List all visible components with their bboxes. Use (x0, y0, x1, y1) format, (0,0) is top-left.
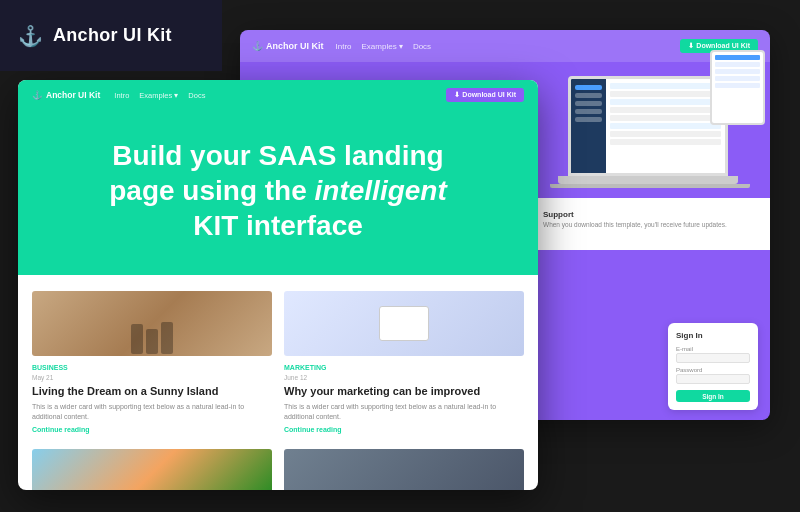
laptop-sidebar-item (575, 117, 602, 122)
laptop-content-row (610, 99, 721, 105)
signin-password-field: Password (676, 367, 750, 384)
green-hero-italic: intelligent (315, 175, 447, 206)
blog-excerpt-1: This is a wider card with supporting tex… (32, 402, 272, 422)
figure-group (32, 291, 272, 356)
green-nav-links: Intro Examples ▾ Docs (114, 91, 205, 100)
header-bar: ⚓ Anchor UI Kit (0, 0, 222, 71)
laptop-sidebar-item (575, 93, 602, 98)
blog-excerpt-2: This is a wider card with supporting tex… (284, 402, 524, 422)
anchor-icon: ⚓ (18, 24, 43, 48)
blog-link-2[interactable]: Continue reading (284, 426, 524, 433)
blog-card-1: Business May 21 Living the Dream on a Su… (32, 291, 272, 433)
blog-card-1-image (32, 291, 272, 356)
green-hero: Build your SAAS landing page using the i… (18, 110, 538, 275)
blog-link-1[interactable]: Continue reading (32, 426, 272, 433)
tablet-row (715, 83, 760, 88)
tablet-mockup (710, 50, 765, 125)
laptop-sidebar-item (575, 109, 602, 114)
purple-nav: ⚓ Anchor UI Kit Intro Examples ▾ Docs ⬇ … (240, 30, 770, 62)
blog-category-2: Marketing (284, 364, 524, 371)
figure (161, 322, 173, 354)
signin-submit-button[interactable]: Sign In (676, 390, 750, 402)
laptop-content-row (610, 115, 721, 121)
purple-nav-anchor-icon: ⚓ (252, 41, 263, 51)
signin-email-input[interactable] (676, 353, 750, 363)
purple-hero-mockup (550, 86, 750, 188)
support-description: When you download this template, you'll … (543, 221, 727, 229)
laptop-content-row (610, 107, 721, 113)
laptop-content-row (610, 91, 721, 97)
blog-category-1: Business (32, 364, 272, 371)
green-nav-logo-text: Anchor UI Kit (46, 90, 100, 100)
logo-text: Anchor UI Kit (53, 25, 172, 46)
green-hero-title: Build your SAAS landing page using the i… (48, 138, 508, 243)
tablet-row (715, 76, 760, 81)
signin-password-input[interactable] (676, 374, 750, 384)
green-nav: ⚓ Anchor UI Kit Intro Examples ▾ Docs ⬇ … (18, 80, 538, 110)
tablet-row (715, 69, 760, 74)
green-card: ⚓ Anchor UI Kit Intro Examples ▾ Docs ⬇ … (18, 80, 538, 490)
laptop-content-row (610, 123, 721, 129)
tablet-row (715, 55, 760, 60)
tablet-inner (712, 52, 763, 93)
blog-bottom-img-2 (284, 449, 524, 490)
signin-email-field: E-mail (676, 346, 750, 363)
purple-nav-docs[interactable]: Docs (413, 42, 431, 51)
blog-bottom-img-1 (32, 449, 272, 490)
blog-date-1: May 21 (32, 374, 272, 381)
laptop-foot (550, 184, 750, 188)
purple-nav-links: Intro Examples ▾ Docs (336, 42, 432, 51)
green-nav-anchor-icon: ⚓ (32, 90, 43, 100)
signin-password-label: Password (676, 367, 750, 373)
green-download-button[interactable]: ⬇ Download UI Kit (446, 88, 524, 102)
figure (131, 324, 143, 354)
purple-feature-support: 🔥 Support When you download this templat… (513, 210, 754, 238)
blog-title-1: Living the Dream on a Sunny Island (32, 384, 272, 398)
support-text: Support When you download this template,… (543, 210, 727, 238)
laptop-sidebar-item (575, 101, 602, 106)
green-nav-logo: ⚓ Anchor UI Kit (32, 90, 100, 100)
signin-email-label: E-mail (676, 346, 750, 352)
laptop-sidebar-item (575, 85, 602, 90)
laptop-screen-inner (571, 79, 725, 173)
support-title: Support (543, 210, 727, 219)
laptop-img-icon (379, 306, 429, 341)
purple-nav-intro[interactable]: Intro (336, 42, 352, 51)
laptop-sidebar (571, 79, 606, 173)
purple-nav-logo: ⚓ Anchor UI Kit (252, 41, 324, 51)
laptop-content-row (610, 139, 721, 145)
signin-title: Sign In (676, 331, 750, 340)
laptop-base (558, 176, 738, 184)
green-nav-docs[interactable]: Docs (188, 91, 205, 100)
blog-images-row (18, 449, 538, 490)
purple-nav-logo-text: Anchor UI Kit (266, 41, 324, 51)
blog-section: Business May 21 Living the Dream on a Su… (18, 275, 538, 449)
blog-title-2: Why your marketing can be improved (284, 384, 524, 398)
figure (146, 329, 158, 354)
laptop-content-row (610, 131, 721, 137)
purple-nav-examples[interactable]: Examples ▾ (362, 42, 403, 51)
blog-card-2: Marketing June 12 Why your marketing can… (284, 291, 524, 433)
blog-card-2-image (284, 291, 524, 356)
tablet-row (715, 62, 760, 67)
green-nav-examples[interactable]: Examples ▾ (139, 91, 178, 100)
laptop-content (606, 79, 725, 173)
laptop-image-content (284, 291, 524, 356)
green-nav-intro[interactable]: Intro (114, 91, 129, 100)
laptop-content-row (610, 83, 721, 89)
laptop-screen (568, 76, 728, 176)
signin-card: Sign In E-mail Password Sign In (668, 323, 758, 410)
blog-date-2: June 12 (284, 374, 524, 381)
